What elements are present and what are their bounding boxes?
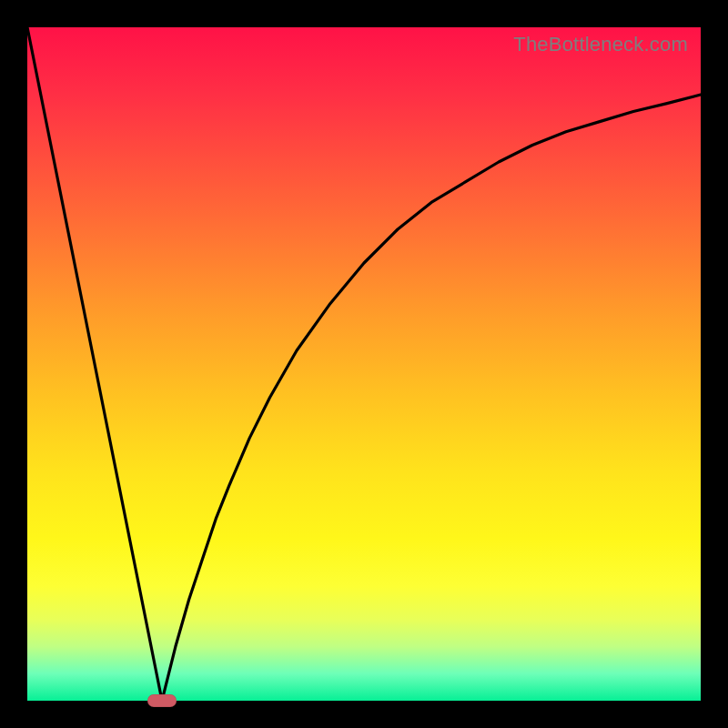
curve-path	[27, 27, 701, 701]
plot-area: TheBottleneck.com	[27, 27, 701, 701]
optimum-marker	[147, 694, 177, 707]
chart-frame: TheBottleneck.com	[0, 0, 728, 728]
bottleneck-curve	[27, 27, 701, 701]
